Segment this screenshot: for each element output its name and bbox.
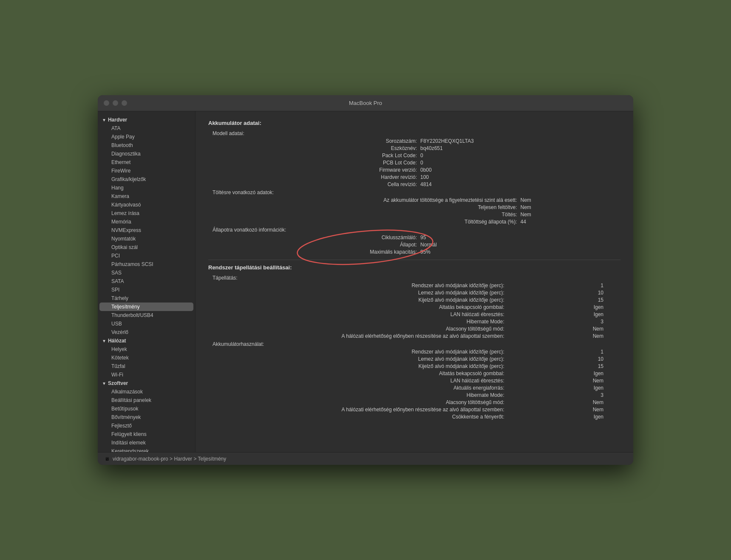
charge-state-value: 44	[521, 219, 621, 225]
sidebar-item[interactable]: Grafika/kijelzők	[99, 175, 193, 184]
sidebar-item[interactable]: USB	[99, 320, 193, 328]
brightness-label: Csökkentse a fényerőt:	[217, 414, 508, 420]
titlebar: MacBook Pro	[98, 95, 633, 111]
max-capacity-row: Maximális kapacitás: 95%	[217, 248, 620, 255]
traffic-lights	[104, 100, 127, 106]
energy-source-row: Aktuális energiaforrás: Igen	[217, 384, 620, 391]
sidebar-item[interactable]: Optikai szál	[99, 243, 193, 252]
sidebar-item[interactable]: Nyomtatók	[99, 235, 193, 243]
cell-rev-value: 4814	[420, 181, 620, 187]
sys-sleep2-value: 1	[508, 349, 621, 355]
hibernate2-label: Hibernate Mode:	[217, 392, 508, 398]
sidebar-item[interactable]: Tárhely	[99, 294, 193, 303]
sidebar-item[interactable]: NVMExpress	[99, 226, 193, 235]
content-area: ▼ Hardver ATA Apple Pay Bluetooth Diagno…	[98, 111, 633, 452]
sidebar-item[interactable]: SPI	[99, 286, 193, 294]
serial-value: F8Y2202HEQXQ1LTA3	[420, 138, 620, 144]
sidebar-item[interactable]: SAS	[99, 269, 193, 277]
network-group-label: Hálózat	[108, 338, 126, 344]
sys-sleep2-label: Rendszer alvó módjának időzítője (perc):	[217, 349, 508, 355]
sidebar-item[interactable]: Keretrendszerek	[99, 447, 193, 452]
sidebar-item[interactable]: ATA	[99, 124, 193, 133]
sidebar-item[interactable]: Wi-Fi	[99, 371, 193, 379]
disk-sleep-row: Lemez alvó módjának időzítője (perc): 10	[217, 289, 620, 296]
sidebar-item[interactable]: Beállítási panelek	[99, 396, 193, 404]
display-sleep2-value: 15	[508, 363, 621, 369]
sidebar: ▼ Hardver ATA Apple Pay Bluetooth Diagno…	[98, 111, 196, 452]
sidebar-item[interactable]: Betűtípusok	[99, 404, 193, 413]
hw-rev-value: 100	[420, 174, 620, 180]
disk-sleep2-label: Lemez alvó módjának időzítője (perc):	[217, 356, 508, 362]
sidebar-group-network[interactable]: ▼ Hálózat	[98, 337, 195, 345]
sidebar-item[interactable]: Indítási elemek	[99, 438, 193, 447]
hardware-arrow-icon: ▼	[102, 118, 106, 122]
sidebar-group-hardware[interactable]: ▼ Hardver	[98, 116, 195, 124]
hibernate2-row: Hibernate Mode: 3	[217, 391, 620, 399]
sidebar-item[interactable]: Bővítmények	[99, 413, 193, 421]
sidebar-item[interactable]: Alkalmazások	[99, 387, 193, 396]
sidebar-item[interactable]: Ethernet	[99, 158, 193, 167]
warning-row: Az akkumulátor töltöttsége a figyelmezte…	[217, 196, 620, 204]
energy-source-label: Aktuális energiaforrás:	[217, 385, 508, 391]
display-sleep-value: 15	[508, 297, 621, 303]
sidebar-item[interactable]: Tűzfal	[99, 362, 193, 371]
device-label: Eszköznév:	[217, 145, 420, 151]
power-button-value: Igen	[508, 304, 621, 310]
sidebar-item[interactable]: Kártyaolvasó	[99, 201, 193, 209]
network-pref2-row: A hálózati elérhetőség előnyben részesít…	[217, 406, 620, 413]
sidebar-item[interactable]: Helyek	[99, 345, 193, 354]
sidebar-item[interactable]: Thunderbolt/USB4	[99, 311, 193, 320]
warning-value: Nem	[521, 197, 621, 203]
sidebar-item-active[interactable]: Teljesítmény	[99, 303, 193, 311]
power-button-row: Altatás bekapcsoló gombbal: Igen	[217, 303, 620, 311]
sidebar-item[interactable]: Hang	[99, 184, 193, 192]
sidebar-item[interactable]: PCI	[99, 252, 193, 260]
full-charge-value: Nem	[521, 204, 621, 210]
device-value: bq40z651	[420, 145, 620, 151]
sidebar-item[interactable]: Kamera	[99, 192, 193, 201]
disk-sleep2-value: 10	[508, 356, 621, 362]
sidebar-item[interactable]: Vezérlő	[99, 328, 193, 337]
statusbar-screen-icon: 🖥	[105, 456, 109, 461]
network-pref-label: A hálózati elérhetőség előnyben részesít…	[217, 333, 508, 339]
sidebar-item[interactable]: Párhuzamos SCSI	[99, 260, 193, 269]
full-charge-row: Teljesen feltöltve: Nem	[217, 204, 620, 211]
low-power-label: Alacsony töltöttségű mód:	[217, 326, 508, 332]
cycle-value: 95	[420, 235, 620, 240]
sidebar-item[interactable]: Diagnosztika	[99, 150, 193, 158]
lan-wake2-row: LAN hálózati ébresztés: Nem	[217, 377, 620, 384]
charge-data-block: Az akkumulátor töltöttsége a figyelmezte…	[208, 196, 620, 225]
window-title: MacBook Pro	[349, 100, 382, 106]
close-button[interactable]	[104, 100, 109, 106]
charging-label: Töltés:	[217, 212, 521, 218]
condition-value: Normál	[420, 242, 620, 248]
charge-state-row: Töltöttség állapota (%): 44	[217, 218, 620, 225]
network-pref2-value: Nem	[508, 407, 621, 413]
sidebar-item[interactable]: Lemez írása	[99, 209, 193, 218]
warning-label: Az akkumulátor töltöttsége a figyelmezte…	[217, 197, 521, 203]
sidebar-item[interactable]: Fejlesztő	[99, 421, 193, 430]
sidebar-item[interactable]: Apple Pay	[99, 133, 193, 141]
minimize-button[interactable]	[113, 100, 118, 106]
sidebar-item[interactable]: SATA	[99, 277, 193, 286]
sidebar-item[interactable]: Bluetooth	[99, 141, 193, 150]
sidebar-item[interactable]: Memória	[99, 218, 193, 226]
maximize-button[interactable]	[122, 100, 127, 106]
hibernate-row: Hibernate Mode: 3	[217, 318, 620, 325]
sidebar-group-software[interactable]: ▼ Szoftver	[98, 379, 195, 387]
hibernate-value: 3	[508, 319, 621, 325]
main-content: Akkumulátor adatai: Modell adatai: Soroz…	[196, 111, 633, 452]
sidebar-item[interactable]: Kötetek	[99, 354, 193, 362]
software-group-label: Szoftver	[108, 380, 128, 386]
hibernate2-value: 3	[508, 392, 621, 398]
power-button2-value: Igen	[508, 371, 621, 376]
sidebar-item[interactable]: Felügyelt kliens	[99, 430, 193, 438]
battery-info-container: Sorozatszám: F8Y2202HEQXQ1LTA3 Eszköznév…	[208, 137, 620, 420]
status-data-block: Ciklusszámláló: 95 Állapot: Normál Maxim…	[208, 234, 620, 255]
power-button-label: Altatás bekapcsoló gombbal:	[217, 304, 508, 310]
hibernate-label: Hibernate Mode:	[217, 319, 508, 325]
firmware-row: Firmware verzió: 0b00	[217, 166, 620, 173]
sidebar-item[interactable]: FireWire	[99, 167, 193, 175]
pack-lot-label: Pack Lot Code:	[217, 153, 420, 158]
breadcrumb: vidragabor-macbook-pro > Hardver > Telje…	[113, 456, 226, 462]
